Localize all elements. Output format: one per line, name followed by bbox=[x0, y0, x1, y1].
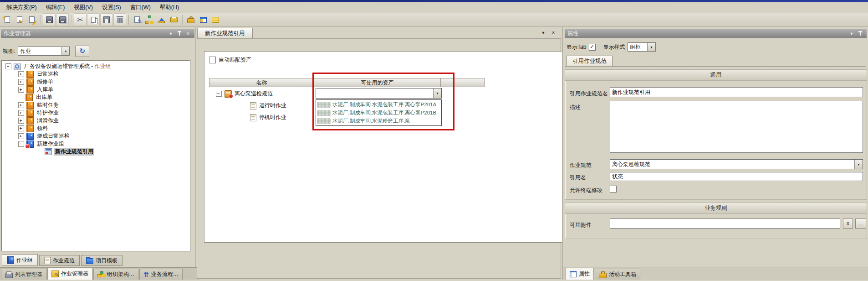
pin-icon[interactable] bbox=[857, 31, 864, 37]
tree-item[interactable]: 日常巡检 bbox=[2, 70, 190, 78]
tree-item-root[interactable]: 厂务设备设施运维管理系统 - 作业组 bbox=[2, 62, 190, 70]
dock-tab-activity-toolbox[interactable]: 活动工具箱 bbox=[595, 269, 640, 280]
asset-combobox[interactable]: ▼ bbox=[316, 88, 442, 99]
show-tab-checkbox[interactable] bbox=[589, 44, 596, 51]
collapse-icon[interactable] bbox=[216, 91, 222, 97]
open-item-icon[interactable] bbox=[14, 14, 26, 26]
close-icon[interactable]: × bbox=[184, 31, 192, 37]
expand-icon[interactable] bbox=[18, 118, 24, 124]
tree-item[interactable]: 烧成日常巡检 bbox=[2, 132, 190, 140]
save-all-icon[interactable] bbox=[56, 13, 69, 26]
tree-item[interactable]: 临时任务 bbox=[2, 101, 190, 109]
asset-option-label: 水泥厂.制成车间.水泥包装工序.离心泵P201B bbox=[332, 109, 436, 116]
auto-match-checkbox[interactable] bbox=[209, 57, 216, 63]
menu-edit[interactable]: 编辑(E) bbox=[41, 2, 70, 13]
column-header-blank[interactable] bbox=[441, 78, 485, 87]
asset-combob-value[interactable] bbox=[316, 88, 433, 98]
expand-icon[interactable] bbox=[18, 71, 24, 77]
window-layout-icon[interactable] bbox=[197, 14, 209, 26]
asset-option[interactable]: 水泥厂.制成车间.水泥包装工序.离心泵P201B bbox=[317, 109, 440, 117]
cut-icon[interactable] bbox=[74, 13, 87, 26]
dock-tab-job-manager[interactable]: 作业管理器 bbox=[47, 268, 92, 280]
dock-tab-list-manager[interactable]: 列表管理器 bbox=[1, 269, 46, 280]
tab-project-template[interactable]: 项目模板 bbox=[81, 255, 123, 266]
toolbox-icon[interactable] bbox=[185, 14, 197, 26]
browse-attachment-button[interactable]: ... bbox=[855, 219, 866, 229]
copy-icon[interactable] bbox=[87, 13, 100, 26]
refresh-button[interactable]: ↻ bbox=[75, 46, 89, 57]
view-combobox[interactable]: 作业 ▼ bbox=[18, 47, 70, 56]
asset-option[interactable]: 水泥厂.制成车间.水泥粉磨工序.泵 bbox=[317, 117, 440, 125]
org-structure-icon[interactable] bbox=[143, 14, 155, 26]
pin-icon[interactable] bbox=[176, 31, 183, 37]
tree-item[interactable]: 特护作业 bbox=[2, 109, 190, 117]
tree-item[interactable]: 出库单 bbox=[2, 94, 190, 101]
menu-solution[interactable]: 解决方案(P) bbox=[2, 2, 41, 13]
grid-row-running-job[interactable]: 运行时作业 bbox=[250, 102, 286, 109]
tab-job-group[interactable]: 作业组 bbox=[2, 254, 38, 266]
expand-icon[interactable] bbox=[18, 87, 24, 93]
save-as-icon[interactable] bbox=[26, 14, 38, 26]
grid-row-stopped-job[interactable]: 停机时作业 bbox=[250, 114, 286, 121]
panel-menu-icon[interactable]: ▼ bbox=[848, 31, 855, 37]
tab-ref-job-spec[interactable]: 引用作业规范 bbox=[567, 56, 613, 67]
alias-input[interactable] bbox=[610, 172, 863, 181]
chevron-down-icon[interactable]: ▼ bbox=[433, 88, 441, 98]
collapse-icon[interactable] bbox=[18, 141, 24, 147]
notepad-icon[interactable] bbox=[209, 14, 221, 26]
new-item-icon[interactable] bbox=[1, 14, 13, 26]
asset-option[interactable]: 水泥厂.制成车间.水泥包装工序.离心泵P201A bbox=[317, 100, 440, 109]
dock-tab-properties[interactable]: 属性 bbox=[566, 268, 594, 280]
style-combobox[interactable]: 组框 ▼ bbox=[628, 42, 656, 52]
column-header-assets[interactable]: 可使用的资产 bbox=[314, 78, 441, 87]
tab-label: 项目模板 bbox=[96, 257, 117, 265]
dock-tab-business-flow[interactable]: 业务流程… bbox=[139, 269, 183, 280]
menu-window[interactable]: 窗口(W) bbox=[126, 2, 155, 13]
dock-tab-org-structure[interactable]: 组织架构… bbox=[93, 269, 138, 280]
tree-item[interactable]: 新建作业组 bbox=[2, 140, 190, 148]
chevron-down-icon[interactable]: ▼ bbox=[61, 47, 69, 55]
tree-item-selected[interactable]: 新作业规范引用 bbox=[2, 148, 190, 156]
menu-settings[interactable]: 设置(S) bbox=[97, 2, 126, 13]
import-upload-icon[interactable] bbox=[156, 14, 168, 26]
expand-icon[interactable] bbox=[18, 102, 24, 108]
job-spec-combobox[interactable]: 离心泵巡检规范 ▼ bbox=[610, 159, 863, 169]
document-tab[interactable]: 新作业规范引用 bbox=[197, 28, 253, 39]
tree-item-label: 领料 bbox=[36, 125, 49, 132]
allow-terminal-edit-checkbox[interactable] bbox=[610, 186, 617, 193]
edit-document-icon[interactable] bbox=[131, 14, 143, 26]
description-textarea[interactable] bbox=[610, 101, 863, 153]
paste-icon[interactable] bbox=[100, 13, 113, 26]
ref-name-input[interactable] bbox=[610, 87, 863, 97]
chevron-down-icon[interactable]: ▼ bbox=[854, 160, 863, 169]
document-list-icon[interactable]: ▼ bbox=[540, 30, 546, 36]
expand-icon[interactable] bbox=[18, 79, 24, 85]
expand-icon[interactable] bbox=[18, 133, 24, 139]
collapse-icon[interactable] bbox=[5, 63, 11, 69]
org-structure-icon bbox=[97, 271, 105, 277]
orange-book-icon bbox=[26, 109, 34, 117]
menu-help[interactable]: 帮助(H) bbox=[155, 2, 184, 13]
group-business-rules: 业务规则 可用附件 X ... bbox=[565, 203, 867, 239]
grid-row-spec[interactable]: 离心泵巡检规范 bbox=[216, 90, 273, 98]
close-icon[interactable]: × bbox=[550, 30, 557, 36]
tree-item[interactable]: 维修单 bbox=[2, 78, 190, 86]
menu-view[interactable]: 视图(V) bbox=[69, 2, 97, 13]
dock-tab-label: 组织架构… bbox=[107, 271, 134, 278]
expand-icon[interactable] bbox=[18, 110, 24, 116]
attachments-input[interactable] bbox=[610, 219, 840, 229]
toolbar-separator bbox=[71, 15, 71, 25]
auto-match-label: 自动匹配资产 bbox=[219, 56, 251, 64]
panel-menu-icon[interactable]: ▼ bbox=[167, 31, 174, 37]
tree-item[interactable]: 领料 bbox=[2, 125, 190, 132]
expand-icon[interactable] bbox=[18, 125, 24, 131]
save-icon[interactable] bbox=[43, 13, 56, 26]
column-header-name[interactable]: 名称 bbox=[209, 78, 314, 87]
print-list-icon[interactable] bbox=[168, 14, 180, 26]
tree-item[interactable]: 润滑作业 bbox=[2, 117, 190, 125]
tab-job-spec[interactable]: 作业规范 bbox=[39, 255, 80, 266]
tree-item[interactable]: 入库单 bbox=[2, 86, 190, 94]
delete-icon[interactable] bbox=[113, 13, 126, 26]
clear-attachment-button[interactable]: X bbox=[843, 219, 853, 229]
chevron-down-icon[interactable]: ▼ bbox=[647, 43, 655, 51]
